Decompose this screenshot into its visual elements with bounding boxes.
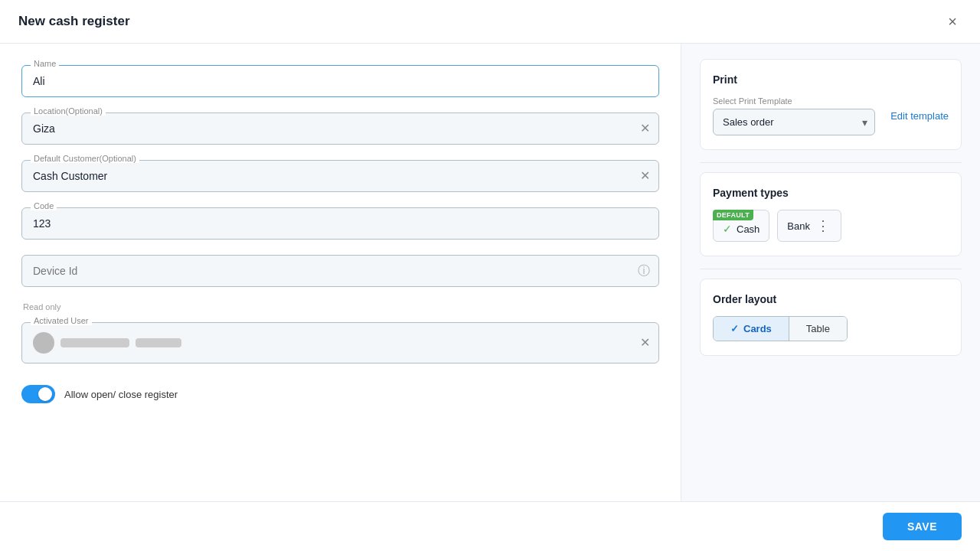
default-customer-label: Default Customer(Optional) bbox=[31, 154, 139, 163]
divider-2 bbox=[700, 269, 962, 269]
cash-payment-card[interactable]: DEFAULT ✓ Cash bbox=[713, 210, 769, 242]
payment-section: Payment types DEFAULT ✓ Cash Bank ⋮ bbox=[700, 172, 962, 256]
device-id-field-group: ⓘ bbox=[21, 255, 659, 287]
bank-label: Bank bbox=[787, 220, 810, 232]
avatar bbox=[33, 332, 54, 354]
right-panel: Print Select Print Template Sales order … bbox=[681, 44, 980, 501]
avatar-extra-blur bbox=[136, 338, 181, 347]
bank-more-button[interactable]: ⋮ bbox=[815, 217, 831, 234]
select-wrapper: Sales order Invoice Receipt ▾ bbox=[713, 109, 875, 135]
print-section: Print Select Print Template Sales order … bbox=[700, 59, 962, 150]
default-customer-clear-button[interactable]: ✕ bbox=[639, 168, 652, 184]
cards-check-icon: ✓ bbox=[730, 323, 739, 334]
name-label: Name bbox=[31, 59, 59, 68]
print-template-select[interactable]: Sales order Invoice Receipt bbox=[713, 109, 875, 135]
default-badge: DEFAULT bbox=[713, 210, 753, 220]
new-cash-register-modal: New cash register × Name Location(Option… bbox=[0, 0, 980, 551]
payment-section-title: Payment types bbox=[713, 187, 949, 199]
order-layout-title: Order layout bbox=[713, 293, 949, 305]
select-print-label: Select Print Template bbox=[713, 96, 875, 106]
table-label: Table bbox=[806, 323, 830, 334]
read-only-hint: Read only bbox=[23, 302, 659, 311]
bank-payment-card[interactable]: Bank ⋮ bbox=[777, 210, 841, 242]
code-label: Code bbox=[31, 201, 57, 210]
cards-label: Cards bbox=[743, 323, 772, 334]
code-field-group: Code bbox=[21, 207, 659, 240]
toggle-row: Allow open/ close register bbox=[21, 385, 659, 403]
location-input[interactable] bbox=[21, 112, 659, 145]
table-layout-button[interactable]: Table bbox=[789, 317, 847, 341]
order-layout-section: Order layout ✓ Cards Table bbox=[700, 279, 962, 356]
location-label: Location(Optional) bbox=[31, 106, 106, 116]
modal-header: New cash register × bbox=[0, 0, 980, 44]
modal-title: New cash register bbox=[18, 14, 130, 29]
activated-user-label: Activated User bbox=[31, 316, 92, 325]
print-section-title: Print bbox=[713, 73, 949, 86]
select-print-wrapper: Select Print Template Sales order Invoic… bbox=[713, 96, 875, 135]
divider-1 bbox=[700, 162, 962, 163]
layout-btn-group: ✓ Cards Table bbox=[713, 316, 848, 341]
name-field-group: Name bbox=[21, 65, 659, 97]
left-panel: Name Location(Optional) ✕ Default Custom… bbox=[0, 44, 681, 501]
allow-register-toggle[interactable] bbox=[21, 385, 55, 403]
cash-label: Cash bbox=[737, 223, 760, 235]
location-clear-button[interactable]: ✕ bbox=[639, 121, 652, 136]
modal-footer: SAVE bbox=[0, 501, 980, 551]
activated-user-clear-button[interactable]: ✕ bbox=[639, 335, 652, 350]
payment-types-row: DEFAULT ✓ Cash Bank ⋮ bbox=[713, 210, 949, 242]
name-input[interactable] bbox=[21, 65, 659, 97]
device-id-info-button[interactable]: ⓘ bbox=[636, 263, 652, 279]
modal-body: Name Location(Optional) ✕ Default Custom… bbox=[0, 44, 980, 501]
activated-user-field-group: Activated User ✕ bbox=[21, 322, 659, 364]
code-input[interactable] bbox=[21, 207, 659, 240]
check-icon: ✓ bbox=[723, 223, 732, 235]
location-field-group: Location(Optional) ✕ bbox=[21, 112, 659, 145]
activated-user-input[interactable] bbox=[21, 322, 659, 364]
close-button[interactable]: × bbox=[943, 12, 962, 31]
edit-template-button[interactable]: Edit template bbox=[890, 110, 949, 122]
device-id-input[interactable] bbox=[21, 255, 659, 287]
default-customer-input[interactable] bbox=[21, 160, 659, 192]
cards-layout-button[interactable]: ✓ Cards bbox=[714, 317, 789, 341]
default-customer-field-group: Default Customer(Optional) ✕ bbox=[21, 160, 659, 192]
save-button[interactable]: SAVE bbox=[883, 513, 962, 540]
print-row: Select Print Template Sales order Invoic… bbox=[713, 96, 949, 135]
toggle-label: Allow open/ close register bbox=[64, 389, 178, 400]
avatar-name-blur bbox=[60, 338, 129, 347]
